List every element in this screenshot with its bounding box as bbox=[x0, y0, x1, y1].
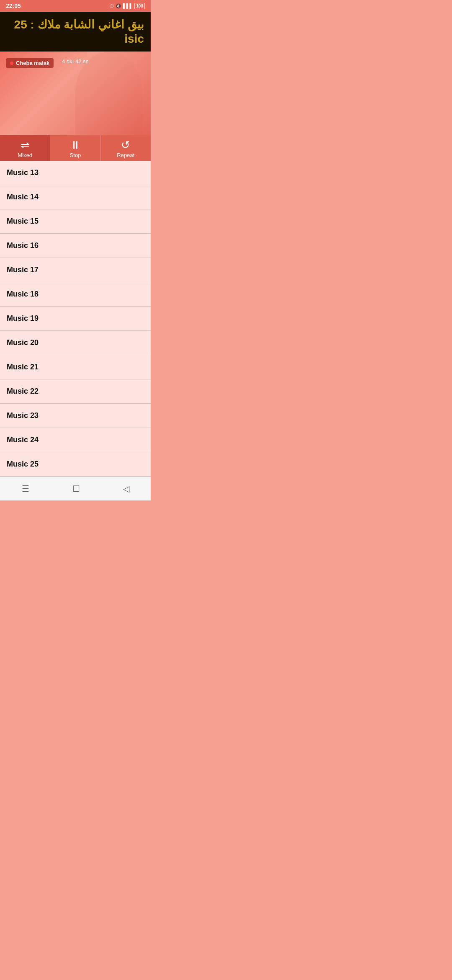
menu-button[interactable]: ☰ bbox=[13, 481, 38, 496]
repeat-icon: ↺ bbox=[121, 139, 130, 150]
player-duration: 4 dkı 42 sn bbox=[62, 58, 89, 64]
music-item-label-13: Music 13 bbox=[7, 168, 39, 177]
music-item-25[interactable]: Music 25 bbox=[0, 452, 151, 477]
music-item-label-17: Music 17 bbox=[7, 266, 39, 274]
music-item-15[interactable]: Music 15 bbox=[0, 209, 151, 234]
music-item-label-21: Music 21 bbox=[7, 363, 39, 371]
battery-indicator: 100 bbox=[134, 3, 145, 9]
music-item-label-22: Music 22 bbox=[7, 387, 39, 396]
music-item-21[interactable]: Music 21 bbox=[0, 355, 151, 379]
repeat-button[interactable]: ↺ Repeat bbox=[101, 135, 151, 161]
home-icon: ☐ bbox=[72, 484, 80, 493]
signal-icon: ▌▌▌ bbox=[123, 3, 133, 8]
back-icon: ◁ bbox=[123, 484, 129, 493]
shuffle-icon: ⇌ bbox=[21, 139, 30, 150]
menu-icon: ☰ bbox=[22, 484, 29, 493]
mixed-button[interactable]: ⇌ Mixed bbox=[0, 135, 50, 161]
recording-dot bbox=[10, 62, 13, 65]
home-button[interactable]: ☐ bbox=[64, 481, 88, 496]
music-item-22[interactable]: Music 22 bbox=[0, 379, 151, 404]
stop-label: Stop bbox=[70, 152, 81, 158]
mute-icon: 🔇 bbox=[116, 3, 121, 9]
music-item-14[interactable]: Music 14 bbox=[0, 185, 151, 209]
header-banner: بيق اغاني الشابة ملاك : 25 isic bbox=[0, 12, 151, 52]
music-item-label-19: Music 19 bbox=[7, 314, 39, 323]
music-item-label-14: Music 14 bbox=[7, 193, 39, 201]
status-time: 22:05 bbox=[6, 3, 21, 9]
music-item-label-23: Music 23 bbox=[7, 411, 39, 420]
bluetooth-icon: ⬡ bbox=[110, 3, 114, 9]
status-icons: ⬡ 🔇 ▌▌▌ 100 bbox=[110, 3, 145, 9]
music-item-label-25: Music 25 bbox=[7, 460, 39, 469]
music-list: Music 13Music 14Music 15Music 16Music 17… bbox=[0, 161, 151, 477]
controls-area: ⇌ Mixed ⏸ Stop ↺ Repeat bbox=[0, 135, 151, 161]
music-item-label-15: Music 15 bbox=[7, 217, 39, 226]
artist-name: Cheba malak bbox=[16, 60, 49, 66]
music-item-label-18: Music 18 bbox=[7, 290, 39, 299]
repeat-label: Repeat bbox=[117, 152, 134, 158]
stop-button[interactable]: ⏸ Stop bbox=[50, 135, 100, 161]
music-item-label-16: Music 16 bbox=[7, 241, 39, 250]
music-item-18[interactable]: Music 18 bbox=[0, 282, 151, 307]
player-area: Cheba malak 4 dkı 42 sn bbox=[0, 52, 151, 135]
back-button[interactable]: ◁ bbox=[115, 481, 138, 496]
music-item-20[interactable]: Music 20 bbox=[0, 331, 151, 355]
music-item-16[interactable]: Music 16 bbox=[0, 234, 151, 258]
status-bar: 22:05 ⬡ 🔇 ▌▌▌ 100 bbox=[0, 0, 151, 12]
music-item-19[interactable]: Music 19 bbox=[0, 307, 151, 331]
header-title: بيق اغاني الشابة ملاك : 25 isic bbox=[7, 18, 144, 46]
navigation-bar: ☰ ☐ ◁ bbox=[0, 477, 151, 500]
artist-label: Cheba malak bbox=[6, 58, 54, 68]
mixed-label: Mixed bbox=[18, 152, 32, 158]
music-item-label-24: Music 24 bbox=[7, 436, 39, 444]
music-item-23[interactable]: Music 23 bbox=[0, 404, 151, 428]
music-item-17[interactable]: Music 17 bbox=[0, 258, 151, 282]
pause-icon: ⏸ bbox=[70, 139, 81, 150]
music-item-24[interactable]: Music 24 bbox=[0, 428, 151, 452]
music-item-13[interactable]: Music 13 bbox=[0, 161, 151, 185]
music-item-label-20: Music 20 bbox=[7, 338, 39, 347]
